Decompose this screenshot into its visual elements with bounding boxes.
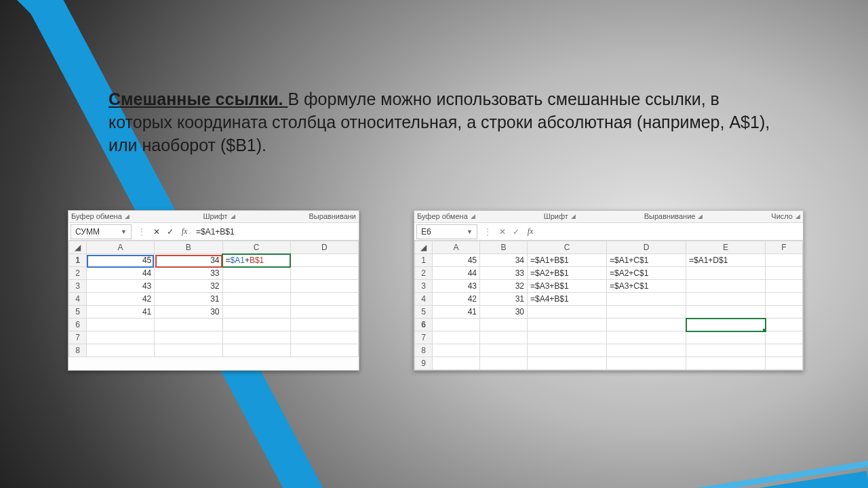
cell[interactable]: 45 [87, 254, 155, 267]
cell[interactable] [686, 306, 766, 319]
cell[interactable] [480, 357, 528, 370]
cell[interactable] [290, 267, 358, 280]
cell[interactable] [155, 319, 222, 331]
col-header[interactable]: B [480, 241, 528, 254]
cell-selected[interactable] [686, 319, 766, 331]
row-header[interactable]: 3 [415, 280, 433, 293]
col-header[interactable]: E [686, 241, 766, 254]
row-header[interactable]: 7 [69, 331, 87, 344]
cell[interactable] [290, 319, 358, 331]
cell[interactable] [222, 319, 290, 331]
row-header[interactable]: 6 [415, 319, 433, 331]
cell[interactable]: 42 [433, 293, 480, 306]
cell[interactable] [607, 293, 686, 306]
cell[interactable]: 31 [155, 293, 222, 306]
spreadsheet-grid[interactable]: ◢ A B C D 1 45 34 =$A1+B$1 24433 34332 4… [68, 241, 359, 357]
cell[interactable] [607, 357, 686, 370]
cell[interactable] [87, 319, 155, 331]
col-header[interactable]: C [528, 241, 607, 254]
cell[interactable] [433, 357, 480, 370]
cell[interactable]: 33 [155, 267, 222, 280]
col-header[interactable]: D [607, 241, 686, 254]
cell[interactable]: 44 [433, 267, 480, 280]
cell[interactable]: =$A2+B$1 [528, 267, 607, 280]
cell[interactable]: 43 [87, 280, 155, 293]
cell[interactable] [528, 344, 607, 357]
cell[interactable] [290, 331, 358, 344]
row-header[interactable]: 2 [415, 267, 433, 280]
cell[interactable] [480, 319, 528, 331]
col-header[interactable]: A [433, 241, 480, 254]
spreadsheet-grid[interactable]: ◢ A B C D E F 14534=$A1+B$1=$A1+C$1=$A1+… [414, 241, 803, 370]
cell[interactable] [686, 267, 766, 280]
cell[interactable] [222, 280, 290, 293]
cell[interactable]: 31 [480, 293, 528, 306]
cell[interactable] [766, 357, 803, 370]
cell[interactable]: =$A2+C$1 [607, 267, 686, 280]
fx-icon[interactable]: fx [177, 226, 192, 237]
cell[interactable] [480, 344, 528, 357]
row-header[interactable]: 5 [415, 306, 433, 319]
cell[interactable] [766, 344, 803, 357]
select-all-corner[interactable]: ◢ [415, 241, 433, 254]
cell[interactable] [607, 344, 686, 357]
cell[interactable]: 30 [155, 306, 222, 319]
row-header[interactable]: 1 [69, 254, 87, 267]
cell[interactable]: 41 [433, 306, 480, 319]
row-header[interactable]: 4 [69, 293, 87, 306]
cell[interactable]: 42 [87, 293, 155, 306]
cell[interactable]: 43 [433, 280, 480, 293]
cell[interactable] [766, 280, 803, 293]
name-box[interactable]: СУММ ▼ [71, 224, 132, 239]
cell[interactable] [290, 293, 358, 306]
row-header[interactable]: 6 [69, 319, 87, 331]
cell[interactable]: 34 [480, 254, 528, 267]
row-header[interactable]: 2 [69, 267, 87, 280]
cell[interactable] [766, 254, 803, 267]
cell[interactable] [607, 331, 686, 344]
cell[interactable]: 41 [87, 306, 155, 319]
row-header[interactable]: 3 [69, 280, 87, 293]
cell[interactable]: 30 [480, 306, 528, 319]
cell[interactable]: 32 [155, 280, 222, 293]
cell[interactable] [766, 293, 803, 306]
row-header[interactable]: 8 [69, 344, 87, 357]
name-box[interactable]: E6 ▼ [416, 224, 477, 239]
cell[interactable] [528, 306, 607, 319]
cell[interactable]: =$A3+C$1 [607, 280, 686, 293]
cell[interactable]: 45 [433, 254, 480, 267]
cell[interactable]: =$A4+B$1 [528, 293, 607, 306]
cell[interactable]: =$A1+B$1 [528, 254, 607, 267]
col-header[interactable]: C [222, 241, 290, 254]
cell[interactable] [433, 344, 480, 357]
cell[interactable]: 44 [87, 267, 155, 280]
cell[interactable]: 34 [155, 254, 222, 267]
formula-bar-text[interactable]: =$A1+B$1 [192, 227, 359, 237]
row-header[interactable]: 4 [415, 293, 433, 306]
cell[interactable] [222, 293, 290, 306]
cell[interactable]: 32 [480, 280, 528, 293]
cell[interactable] [222, 344, 290, 357]
cell[interactable] [607, 306, 686, 319]
cell[interactable] [222, 267, 290, 280]
cell[interactable] [87, 344, 155, 357]
cell[interactable] [686, 331, 766, 344]
cell[interactable] [607, 319, 686, 331]
cell[interactable] [290, 280, 358, 293]
cell[interactable] [766, 267, 803, 280]
cell[interactable]: =$A1+C$1 [607, 254, 686, 267]
cell[interactable] [222, 306, 290, 319]
col-header[interactable]: D [290, 241, 358, 254]
select-all-corner[interactable]: ◢ [69, 241, 87, 254]
cell[interactable] [155, 331, 222, 344]
cell[interactable]: 33 [480, 267, 528, 280]
col-header[interactable]: B [155, 241, 222, 254]
cell[interactable]: =$A3+B$1 [528, 280, 607, 293]
cell[interactable] [686, 293, 766, 306]
cell[interactable]: =$A1+D$1 [686, 254, 766, 267]
cell[interactable] [222, 331, 290, 344]
cell[interactable] [766, 319, 803, 331]
cell[interactable] [686, 357, 766, 370]
cell[interactable] [528, 331, 607, 344]
row-header[interactable]: 8 [415, 344, 433, 357]
